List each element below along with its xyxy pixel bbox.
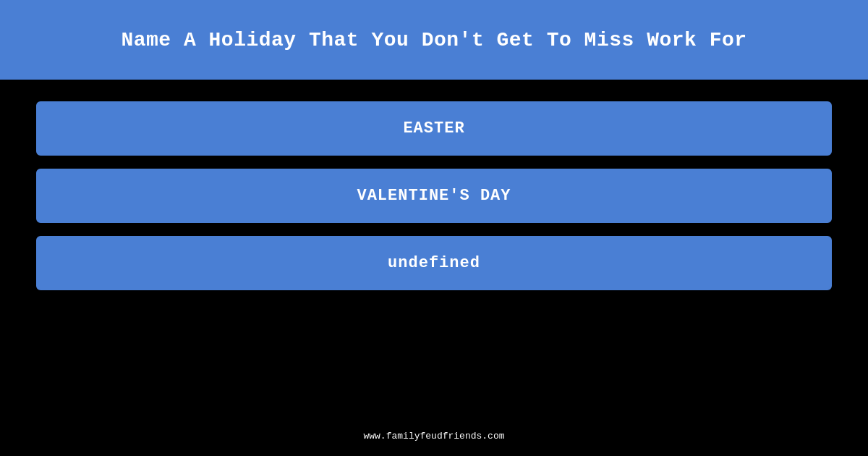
answer-label-3: undefined	[388, 254, 480, 272]
question-title: Name A Holiday That You Don't Get To Mis…	[121, 29, 746, 51]
answer-label-1: EASTER	[403, 119, 464, 138]
answer-label-2: VALENTINE'S DAY	[357, 187, 511, 205]
answer-button-2[interactable]: VALENTINE'S DAY	[36, 169, 832, 223]
answer-button-3[interactable]: undefined	[36, 236, 832, 290]
answers-section: EASTER VALENTINE'S DAY undefined	[0, 80, 868, 312]
answer-button-1[interactable]: EASTER	[36, 101, 832, 156]
footer-section: www.familyfeudfriends.com	[0, 312, 868, 456]
footer-website: www.familyfeudfriends.com	[363, 431, 504, 442]
header-section: Name A Holiday That You Don't Get To Mis…	[0, 0, 868, 80]
